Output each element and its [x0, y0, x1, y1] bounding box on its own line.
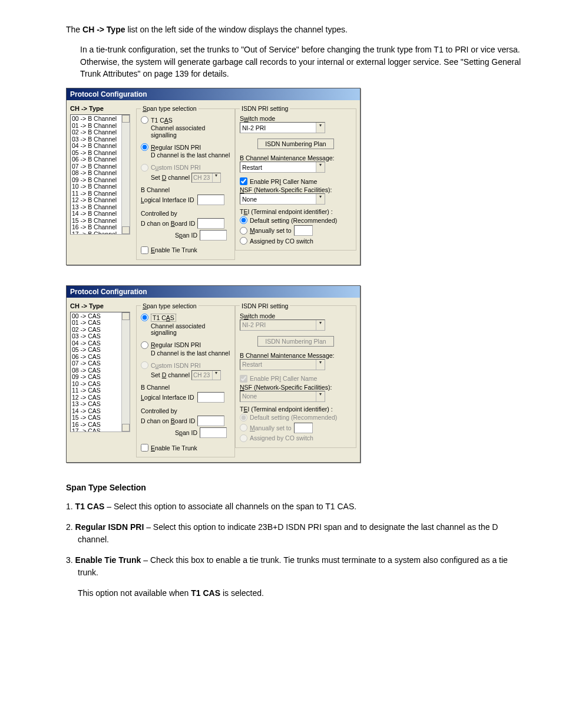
enable-caller-name-checkbox[interactable] — [240, 177, 247, 185]
list-item[interactable]: 17 -> B Channel — [72, 231, 128, 235]
d-chan-board-label: D chan on Board ID — [141, 417, 195, 424]
logical-interface-label: Logical Interface ID — [141, 196, 194, 203]
enable-tie-label: Enable Tie Trunk — [151, 444, 197, 452]
controlled-by-label: Controlled by — [141, 210, 230, 217]
list-item[interactable]: 12 -> B Channel — [72, 197, 128, 204]
set-d-row: Set D channel CH 23▾ — [151, 173, 230, 183]
t: The — [66, 25, 82, 34]
window-titlebar: Protocol Configuration — [67, 286, 360, 298]
t1-cas-radio[interactable] — [141, 314, 148, 321]
desc-note: This option not available when T1 CAS is… — [78, 587, 527, 599]
list-item[interactable]: 16 -> B Channel — [72, 224, 128, 231]
tei-manual-label: Manually set to — [250, 227, 292, 234]
tei-manual-radio[interactable] — [240, 227, 247, 235]
intro-paragraph-2: In a tie-trunk configuration, set the tr… — [80, 44, 527, 80]
regular-pri-sub: D channel is the last channel — [151, 350, 230, 357]
logical-interface-input[interactable] — [197, 392, 224, 403]
regular-pri-radio[interactable] — [141, 143, 148, 151]
tei-default-radio — [240, 414, 247, 421]
t1-cas-sub: Channel associated signalling — [151, 125, 230, 139]
bcmm-combo: Restart▾ — [240, 359, 325, 370]
t1-cas-sub: Channel associated signalling — [151, 323, 230, 337]
logical-interface-label: Logical Interface ID — [141, 394, 194, 401]
desc-t1cas: 1. T1 CAS – Select this option to associ… — [78, 500, 527, 513]
t: list on the left side of the window disp… — [125, 25, 348, 34]
b-channel-label: B Channel — [141, 384, 230, 391]
tei-manual-radio — [240, 424, 247, 431]
span-id-label: Span ID — [175, 429, 197, 436]
regular-pri-sub: D channel is the last channel — [151, 152, 230, 159]
regular-pri-label: Regular ISDN PRI — [151, 341, 201, 348]
list-item[interactable]: 17 -> CAS — [72, 428, 128, 432]
enable-tie-checkbox[interactable] — [141, 246, 148, 254]
enable-tie-label: Enable Tie Trunk — [151, 246, 197, 253]
tei-default-label: Default setting (Recommended) — [250, 414, 337, 421]
set-d-combo: CH 23▾ — [191, 173, 221, 183]
nsf-combo[interactable]: None▾ — [240, 193, 325, 205]
isdn-pri-fieldset: ISDN PRI setting Switch mode NI-2 PRI▾ I… — [235, 302, 356, 448]
switch-mode-label: Switch mode — [240, 115, 352, 122]
list-item[interactable]: 14 -> B Channel — [72, 210, 128, 218]
window-titlebar: Protocol Configuration — [67, 88, 360, 100]
list-item[interactable]: 00 -> B Channel — [72, 116, 128, 123]
custom-pri-radio — [141, 361, 148, 369]
isdn-numbering-plan-button[interactable]: ISDN Numbering Plan — [257, 139, 333, 149]
tei-manual-input[interactable] — [294, 225, 313, 236]
nsf-combo: None▾ — [240, 391, 325, 402]
controlled-by-label: Controlled by — [141, 407, 230, 414]
protocol-config-panel-cas: Protocol Configuration CH -> Type 00 -> … — [66, 285, 361, 463]
tei-manual-label: Manually set to — [250, 424, 292, 431]
list-item[interactable]: 02 -> B Channel — [72, 129, 128, 136]
nsf-label: NSF (Network-Specific Facilities): — [240, 186, 352, 193]
custom-pri-label: Custom ISDN PRI — [151, 362, 201, 369]
span-type-fieldset: SSpan type selectionpan type selection T… — [136, 105, 235, 260]
enable-caller-name-checkbox — [240, 375, 247, 383]
custom-pri-radio — [141, 164, 148, 172]
span-id-input[interactable] — [200, 427, 227, 438]
scrollbar[interactable] — [121, 115, 130, 234]
enable-tie-checkbox[interactable] — [141, 444, 148, 452]
regular-pri-radio[interactable] — [141, 341, 148, 349]
regular-pri-label: Regular ISDN PRI — [151, 144, 201, 151]
tei-manual-input — [294, 423, 313, 433]
span-type-legend: SSpan type selectionpan type selection — [141, 105, 199, 112]
scrollbar[interactable] — [121, 312, 130, 431]
channel-listbox[interactable]: 00 -> B Channel01 -> B Channel02 -> B Ch… — [70, 114, 130, 235]
tei-co-radio — [240, 434, 247, 442]
custom-pri-label: Custom ISDN PRI — [151, 164, 201, 171]
ch-type-header: CH -> Type — [70, 302, 136, 309]
tei-co-label: Assigned by CO switch — [250, 434, 313, 442]
tei-default-label: Default setting (Recommended) — [250, 217, 337, 224]
bcmm-label: B Channel Maintenance Message: — [240, 154, 352, 162]
t1-cas-label: T1 CAS — [151, 314, 176, 322]
t1-cas-radio[interactable] — [141, 116, 148, 124]
list-item[interactable]: 04 -> B Channel — [72, 143, 128, 150]
span-id-input[interactable] — [200, 230, 227, 241]
ch-type-header: CH -> Type — [70, 105, 136, 112]
set-d-row: Set D channel CH 23▾ — [151, 370, 230, 380]
switch-mode-combo[interactable]: NI-2 PRI▾ — [240, 122, 325, 133]
list-item[interactable]: 08 -> B Channel — [72, 170, 128, 177]
list-item[interactable]: 10 -> B Channel — [72, 183, 128, 190]
switch-mode-combo: NI-2 PRI▾ — [240, 319, 325, 331]
tei-co-radio[interactable] — [240, 237, 247, 245]
d-chan-board-input[interactable] — [197, 416, 224, 426]
bcmm-label: B Channel Maintenance Message: — [240, 352, 352, 359]
intro-paragraph-1: The CH -> Type list on the left side of … — [66, 24, 527, 35]
d-chan-board-input[interactable] — [197, 218, 224, 229]
bcmm-combo[interactable]: Restart▾ — [240, 162, 325, 173]
isdn-numbering-plan-button: ISDN Numbering Plan — [257, 336, 333, 347]
switch-mode-label: Switch mode — [240, 312, 352, 319]
logical-interface-input[interactable] — [197, 195, 224, 205]
isdn-pri-legend: ISDN PRI setting — [240, 105, 290, 112]
isdn-pri-fieldset: ISDN PRI setting Switch mode NI-2 PRI▾ I… — [235, 105, 356, 251]
tei-default-radio[interactable] — [240, 216, 247, 224]
channel-listbox[interactable]: 00 -> CAS01 -> CAS02 -> CAS03 -> CAS04 -… — [70, 312, 130, 432]
enable-caller-name-label: Enable PRI Caller Name — [250, 178, 317, 185]
protocol-config-panel-pri: Protocol Configuration CH -> Type 00 -> … — [66, 88, 361, 265]
span-type-legend: Span type selection — [141, 302, 199, 309]
t: CH -> Type — [82, 25, 125, 34]
tei-co-label: Assigned by CO switch — [250, 238, 313, 245]
span-id-label: Span ID — [175, 232, 197, 239]
list-item[interactable]: 06 -> B Channel — [72, 156, 128, 163]
